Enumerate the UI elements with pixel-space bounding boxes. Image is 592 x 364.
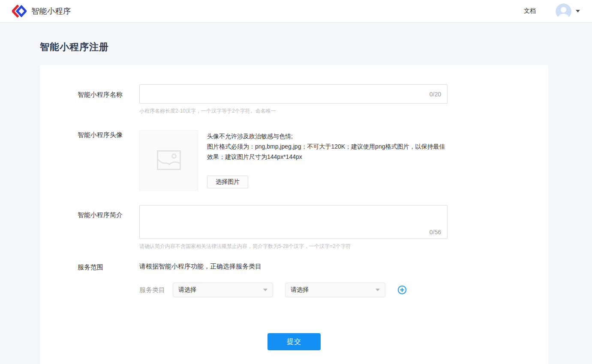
registration-form-card: 智能小程序名称 0/20 小程序名称长度2-10汉字，一个汉字等于2个字符。命名…: [40, 65, 548, 364]
avatar-label: 智能小程序头像: [78, 130, 139, 191]
category-select-primary[interactable]: 请选择: [173, 283, 273, 297]
brand: 智能小程序: [12, 5, 71, 18]
smart-program-logo-icon: [12, 5, 27, 18]
caret-down-icon: [376, 289, 380, 291]
name-input[interactable]: [146, 91, 425, 98]
avatar-row: 智能小程序头像 头像不允许涉及政治敏感与色情; 图片格式必须为：png,bmp,…: [78, 130, 548, 191]
avatar-requirements: 头像不允许涉及政治敏感与色情; 图片格式必须为：png,bmp,jpeg,jpg…: [207, 131, 447, 162]
avatar-dropdown-caret-icon[interactable]: [576, 10, 580, 12]
service-scope-instruction: 请根据智能小程序功能，正确选择服务类目: [139, 263, 474, 271]
avatar-requirement-line1: 头像不允许涉及政治敏感与色情;: [207, 131, 447, 141]
service-scope-label: 服务范围: [78, 263, 139, 297]
brand-title: 智能小程序: [31, 6, 71, 16]
avatar-requirement-line2: 图片格式必须为：png,bmp,jpeg,jpg；不可大于120K；建议使用pn…: [207, 141, 447, 162]
service-category-row: 服务类目 请选择 请选择: [139, 283, 474, 297]
user-avatar[interactable]: [556, 3, 571, 19]
docs-link[interactable]: 文档: [524, 7, 536, 15]
service-scope-row: 服务范围 请根据智能小程序功能，正确选择服务类目 服务类目 请选择 请选择: [78, 263, 548, 297]
category-select-secondary-value: 请选择: [291, 286, 309, 294]
service-category-label: 服务类目: [139, 283, 173, 294]
circle-plus-icon: [397, 285, 407, 295]
intro-textarea-wrap: 0/56: [139, 205, 448, 239]
name-label: 智能小程序名称: [78, 84, 139, 115]
top-navbar: 智能小程序 文档: [0, 0, 592, 23]
add-category-button[interactable]: [397, 285, 407, 295]
intro-row: 智能小程序简介 0/56 请确认简介内容不含国家相关法律法规禁止内容，简介字数为…: [78, 205, 548, 250]
submit-button[interactable]: 提交: [267, 333, 321, 350]
intro-char-counter: 0/56: [430, 229, 441, 236]
name-row: 智能小程序名称 0/20 小程序名称长度2-10汉字，一个汉字等于2个字符。命名…: [78, 84, 548, 115]
category-select-primary-value: 请选择: [178, 286, 196, 294]
topbar-right: 文档: [524, 3, 580, 19]
intro-hint: 请确认简介内容不含国家相关法律法规禁止内容，简介字数为5-28个汉字，一个汉字=…: [139, 243, 448, 250]
name-input-wrap: 0/20: [139, 84, 448, 104]
caret-down-icon: [263, 289, 267, 291]
image-placeholder-icon: [157, 150, 181, 170]
choose-image-button[interactable]: 选择图片: [207, 176, 248, 188]
submit-row: 提交: [40, 333, 548, 350]
name-hint: 小程序名称长度2-10汉字，一个汉字等于2个字符。命名唯一: [139, 107, 448, 115]
main-content: 智能小程序注册 智能小程序名称 0/20 小程序名称长度2-10汉字，一个汉字等…: [0, 41, 592, 364]
page-title: 智能小程序注册: [40, 41, 592, 54]
intro-label: 智能小程序简介: [78, 205, 139, 250]
intro-textarea[interactable]: [140, 206, 447, 239]
name-char-counter: 0/20: [430, 91, 441, 98]
category-select-secondary[interactable]: 请选择: [285, 283, 385, 297]
person-silhouette-icon: [556, 3, 571, 19]
avatar-image-placeholder: [139, 130, 198, 191]
